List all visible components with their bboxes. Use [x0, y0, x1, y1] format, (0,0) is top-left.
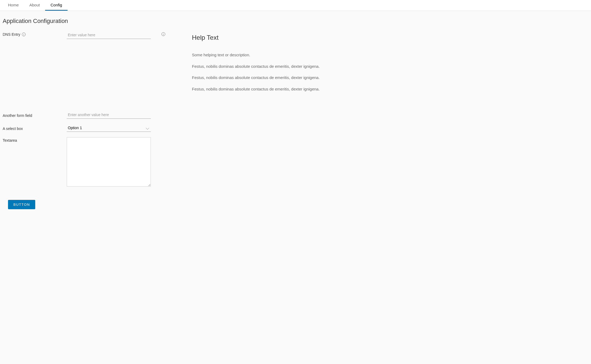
tab-about[interactable]: About	[24, 0, 45, 11]
page-title: Application Configuration	[3, 18, 588, 25]
another-input[interactable]	[67, 111, 151, 119]
help-column: Help Text Some helping text or descripti…	[192, 31, 379, 97]
help-title: Help Text	[192, 34, 379, 41]
select-label: A select box	[3, 125, 67, 131]
help-paragraph: Some helping text or description.	[192, 52, 379, 58]
select-box[interactable]: Option 1	[67, 124, 151, 132]
dns-input[interactable]	[67, 31, 151, 39]
info-icon[interactable]: i	[161, 32, 165, 36]
dns-label: DNS Entry i	[3, 31, 67, 37]
help-paragraph: Festus, nobilis dominas absolute contact…	[192, 75, 379, 81]
tab-home[interactable]: Home	[3, 0, 24, 11]
help-paragraph: Festus, nobilis dominas absolute contact…	[192, 64, 379, 70]
tab-config[interactable]: Config	[45, 0, 67, 11]
help-paragraph: Festus, nobilis dominas absolute contact…	[192, 86, 379, 92]
submit-button[interactable]: BUTTON	[8, 200, 35, 209]
textarea-input[interactable]	[67, 137, 151, 187]
textarea-label: Textarea	[3, 137, 67, 143]
form-column: DNS Entry i i Another form field A selec…	[3, 31, 165, 209]
another-label: Another form field	[3, 112, 67, 118]
dns-label-text: DNS Entry	[3, 32, 20, 37]
info-icon[interactable]: i	[22, 33, 26, 36]
content-area: Application Configuration DNS Entry i i …	[0, 11, 591, 216]
tab-bar: Home About Config	[0, 0, 591, 11]
